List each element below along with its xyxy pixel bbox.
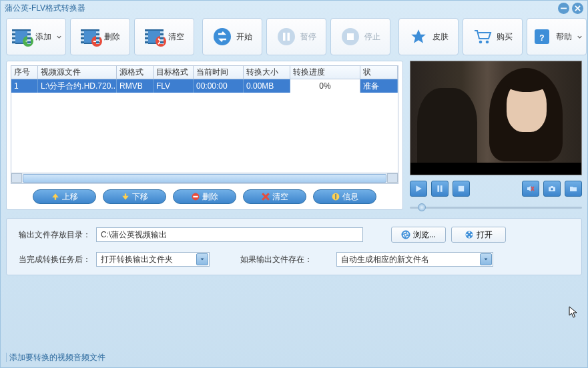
chevron-down-icon bbox=[196, 253, 208, 265]
cell-dstfmt: FLV bbox=[154, 79, 194, 93]
svg-rect-18 bbox=[459, 186, 464, 191]
remove-label: 删除 bbox=[104, 31, 120, 43]
open-folder-button[interactable] bbox=[565, 181, 582, 197]
svg-rect-1 bbox=[93, 41, 100, 42]
pause-button[interactable]: 暂停 bbox=[266, 18, 326, 55]
col-srcfmt[interactable]: 源格式 bbox=[117, 66, 154, 79]
output-dir-value: C:\蒲公英视频输出 bbox=[101, 229, 167, 241]
move-down-label: 下移 bbox=[132, 191, 148, 203]
cell-src: L:\分手合约.HD.720... bbox=[38, 79, 117, 93]
remove-button[interactable]: 删除 bbox=[70, 18, 130, 55]
chevron-down-icon bbox=[480, 253, 492, 265]
svg-rect-0 bbox=[561, 7, 567, 9]
info-label: 信息 bbox=[342, 191, 358, 203]
col-dstfmt[interactable]: 目标格式 bbox=[154, 66, 194, 79]
scroll-right-icon[interactable] bbox=[387, 173, 398, 183]
title-bar: 蒲公英-FLV格式转换器 bbox=[1, 1, 587, 15]
stop-label: 停止 bbox=[364, 31, 380, 43]
col-size[interactable]: 转换大小 bbox=[244, 66, 290, 79]
media-controls bbox=[410, 175, 582, 199]
play-button[interactable] bbox=[410, 181, 427, 197]
list-remove-label: 删除 bbox=[202, 191, 218, 203]
snapshot-button[interactable] bbox=[543, 181, 561, 197]
table-header: 序号 视频源文件 源格式 目标格式 当前时间 转换大小 转换进度 状 bbox=[11, 66, 398, 79]
svg-rect-20 bbox=[551, 186, 553, 187]
slider-knob[interactable] bbox=[418, 203, 426, 211]
help-button[interactable]: ? 帮助 bbox=[527, 18, 587, 55]
add-label: 添加 bbox=[35, 31, 51, 43]
after-convert-value: 打开转换输出文件夹 bbox=[101, 254, 173, 265]
browse-label: 浏览... bbox=[413, 229, 436, 241]
media-stop-button[interactable] bbox=[453, 181, 470, 197]
svg-point-26 bbox=[469, 236, 471, 238]
svg-rect-4 bbox=[283, 33, 286, 41]
aperture-icon bbox=[401, 230, 410, 239]
list-remove-button[interactable]: 删除 bbox=[173, 189, 236, 204]
star-icon bbox=[408, 27, 428, 47]
media-pause-button[interactable] bbox=[431, 181, 449, 197]
col-seq[interactable]: 序号 bbox=[11, 66, 38, 79]
col-src[interactable]: 视频源文件 bbox=[38, 66, 117, 79]
help-label: 帮助 bbox=[556, 31, 572, 43]
minimize-button[interactable] bbox=[558, 3, 569, 14]
list-clear-button[interactable]: 清空 bbox=[243, 189, 306, 204]
scroll-left-icon[interactable] bbox=[11, 173, 22, 183]
skin-label: 皮肤 bbox=[432, 31, 449, 43]
buy-label: 购买 bbox=[497, 31, 513, 43]
window-title: 蒲公英-FLV格式转换器 bbox=[5, 3, 85, 14]
pause-icon bbox=[276, 27, 296, 47]
output-dir-input[interactable]: C:\蒲公英视频输出 bbox=[96, 227, 363, 242]
svg-text:?: ? bbox=[539, 33, 544, 43]
start-button[interactable]: 开始 bbox=[202, 18, 262, 55]
table-row[interactable]: 1 L:\分手合约.HD.720... RMVB FLV 00:00:00 0.… bbox=[11, 79, 398, 93]
preview-panel bbox=[410, 61, 582, 210]
cell-srcfmt: RMVB bbox=[117, 79, 154, 93]
close-button[interactable] bbox=[572, 3, 583, 14]
seek-slider[interactable] bbox=[410, 205, 582, 210]
cell-progress: 0% bbox=[290, 79, 360, 93]
skin-button[interactable]: 皮肤 bbox=[398, 18, 459, 55]
svg-point-2 bbox=[214, 28, 231, 45]
buy-button[interactable]: 购买 bbox=[463, 18, 523, 55]
move-up-label: 上移 bbox=[62, 191, 78, 203]
video-preview[interactable] bbox=[410, 61, 582, 175]
col-time[interactable]: 当前时间 bbox=[194, 66, 244, 79]
start-label: 开始 bbox=[236, 31, 252, 43]
svg-rect-5 bbox=[288, 33, 290, 41]
browse-button[interactable]: 浏览... bbox=[391, 227, 446, 243]
col-status[interactable]: 状 bbox=[360, 66, 398, 79]
svg-rect-17 bbox=[440, 185, 443, 192]
svg-text:i: i bbox=[334, 193, 336, 201]
svg-point-25 bbox=[471, 234, 473, 236]
svg-point-27 bbox=[466, 234, 468, 236]
main-area: 序号 视频源文件 源格式 目标格式 当前时间 转换大小 转换进度 状 1 L:\… bbox=[1, 61, 587, 210]
horizontal-scrollbar[interactable] bbox=[11, 173, 398, 183]
stop-button[interactable]: 停止 bbox=[330, 18, 390, 55]
table-body[interactable]: 1 L:\分手合约.HD.720... RMVB FLV 00:00:00 0.… bbox=[11, 79, 398, 173]
move-down-button[interactable]: 下移 bbox=[103, 189, 166, 204]
clear-button[interactable]: 清空 bbox=[134, 18, 194, 55]
info-button[interactable]: i信息 bbox=[313, 189, 376, 204]
main-toolbar: + 添加 删除 清空 开始 暂停 停止 皮肤 购买 ? 帮助 bbox=[1, 15, 587, 61]
svg-point-3 bbox=[278, 28, 295, 45]
cell-size: 0.00MB bbox=[244, 79, 290, 93]
pause-label: 暂停 bbox=[300, 31, 316, 43]
col-progress[interactable]: 转换进度 bbox=[290, 66, 360, 79]
open-button[interactable]: 打开 bbox=[451, 227, 506, 243]
slider-track bbox=[410, 207, 582, 209]
scroll-thumb[interactable] bbox=[23, 174, 386, 183]
chevron-down-icon bbox=[57, 35, 61, 39]
stop-icon bbox=[340, 27, 360, 47]
list-clear-label: 清空 bbox=[272, 191, 288, 203]
if-exists-label: 如果输出文件存在： bbox=[240, 254, 312, 265]
chevron-down-icon bbox=[577, 35, 582, 39]
add-button[interactable]: + 添加 bbox=[6, 18, 66, 55]
status-hint: 添加要转换的视频音频文件 bbox=[6, 352, 105, 363]
if-exists-select[interactable]: 自动生成相应的新文件名 bbox=[336, 252, 493, 267]
cell-time: 00:00:00 bbox=[194, 79, 244, 93]
move-up-button[interactable]: 上移 bbox=[33, 189, 96, 204]
output-settings-panel: 输出文件存放目录： C:\蒲公英视频输出 浏览... 打开 当完成转换任务后： … bbox=[6, 218, 582, 275]
after-convert-select[interactable]: 打开转换输出文件夹 bbox=[96, 252, 210, 267]
cursor-icon bbox=[569, 306, 579, 319]
mute-button[interactable] bbox=[522, 181, 539, 197]
